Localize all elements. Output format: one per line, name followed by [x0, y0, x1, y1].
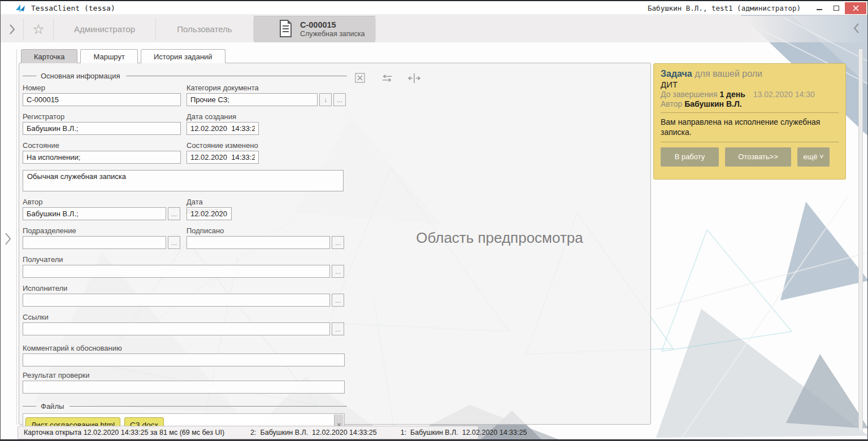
- links-input[interactable]: [23, 322, 330, 335]
- statusbar: Карточка открыта 12.02.2020 14:33:25 за …: [18, 426, 479, 439]
- preview-toolbar: [354, 72, 420, 84]
- signed-select-button[interactable]: ...: [332, 236, 344, 249]
- category-input[interactable]: [186, 93, 318, 106]
- left-panel-divider: [16, 49, 17, 425]
- section-files: Файлы: [23, 401, 347, 411]
- tab-administrator[interactable]: Администратор: [54, 16, 155, 42]
- task-title: Задача: [661, 69, 692, 78]
- registrar-label: Регистратор: [23, 112, 181, 122]
- number-input[interactable]: [23, 93, 181, 106]
- recipients-select-button[interactable]: ...: [332, 265, 344, 278]
- chevron-left-icon: [853, 22, 860, 34]
- ellipsis-icon: ...: [335, 268, 341, 276]
- close-preview-button[interactable]: [354, 72, 366, 84]
- window-title: TessaClient (tessa): [31, 4, 115, 12]
- maximize-button[interactable]: [828, 2, 845, 14]
- subject-textarea[interactable]: Обычная служебная записка: [23, 170, 344, 191]
- state-changed-input[interactable]: [186, 151, 259, 164]
- split-adjust-button[interactable]: [408, 72, 420, 84]
- check-result-input[interactable]: [23, 381, 345, 394]
- category-label: Категория документа: [186, 84, 347, 93]
- state-changed-label: Состояние изменено: [186, 141, 259, 151]
- category-dropdown-button[interactable]: ↓: [319, 93, 332, 106]
- main-info-form: Основная информация Номер Категория доку…: [23, 71, 347, 436]
- task-role: ДИТ: [661, 80, 839, 89]
- document-card: Область предпросмотра Основная информаци…: [19, 63, 651, 425]
- titlebar: TessaClient (tessa) Бабушкин В.Л., test1…: [1, 1, 867, 15]
- registrar-input[interactable]: [23, 122, 181, 135]
- app-logo-icon: [15, 4, 25, 12]
- doc-date-input[interactable]: [186, 207, 232, 220]
- task-more-button[interactable]: ещё ˅: [797, 147, 830, 167]
- signed-label: Подписано: [186, 226, 347, 236]
- signed-input[interactable]: [186, 236, 330, 249]
- department-select-button[interactable]: ...: [168, 236, 180, 249]
- star-icon: ☆: [32, 21, 45, 37]
- minimize-button[interactable]: [811, 2, 828, 14]
- tab-document-s000015[interactable]: С-000015 Служебная записка: [254, 16, 375, 42]
- performers-input[interactable]: [23, 294, 330, 307]
- state-input[interactable]: [23, 151, 181, 164]
- tab-document-type: Служебная записка: [300, 30, 365, 39]
- tab-user[interactable]: Пользователь: [156, 16, 253, 42]
- close-box-icon: [355, 73, 365, 83]
- swap-panels-button[interactable]: [381, 72, 393, 84]
- recipients-input[interactable]: [23, 265, 330, 278]
- tab-document-number: С-000015: [300, 20, 365, 30]
- doc-date-label: Дата документа: [186, 198, 232, 207]
- status-history-2: 2: Бабушкин В.Л. 12.02.2020 14:33:25: [250, 429, 377, 436]
- ellipsis-icon: ...: [335, 239, 341, 247]
- comment-input[interactable]: [23, 353, 345, 366]
- arrow-down-icon: ↓: [324, 96, 327, 104]
- state-label: Состояние: [23, 141, 181, 151]
- favorites-button[interactable]: ☆: [24, 16, 53, 42]
- close-button[interactable]: [845, 2, 866, 14]
- current-user-label: Бабушкин В.Л., test1 (администратор): [648, 4, 801, 12]
- right-panel-splitter[interactable]: [858, 49, 863, 431]
- split-resize-icon: [408, 73, 420, 83]
- check-result-label: Результат проверки: [23, 371, 345, 381]
- swap-arrows-icon: [381, 74, 393, 82]
- status-open-info: Карточка открыта 12.02.2020 14:33:25 за …: [24, 429, 224, 436]
- task-author: Бабушкин В.Л.: [684, 99, 741, 108]
- close-icon: [853, 5, 859, 11]
- main-tabstrip: ☆ Администратор Пользователь С-000015: [1, 16, 867, 42]
- task-take-button[interactable]: В работу: [661, 147, 719, 167]
- chevron-right-icon: [3, 230, 12, 248]
- task-revoke-button[interactable]: Отозвать>>: [725, 147, 791, 167]
- status-history-1: 1: Бабушкин В.Л. 12.02.2020 14:33:25: [401, 429, 527, 436]
- task-card: Задача для вашей роли ДИТ До завершения …: [653, 63, 846, 180]
- number-label: Номер: [23, 84, 181, 93]
- app-window: TessaClient (tessa) Бабушкин В.Л., test1…: [0, 0, 868, 441]
- author-input[interactable]: [23, 207, 166, 220]
- links-select-button[interactable]: ...: [332, 322, 344, 335]
- performers-select-button[interactable]: ...: [332, 294, 344, 307]
- created-input[interactable]: [186, 122, 259, 135]
- ellipsis-icon: ...: [171, 210, 177, 218]
- tabs-scroll-right-button[interactable]: [848, 20, 865, 36]
- task-deadline-date: 13.02.2020 14:30: [753, 90, 815, 99]
- ellipsis-icon: ...: [335, 296, 341, 304]
- department-input[interactable]: [23, 236, 166, 249]
- comment-label: Комментарий к обоснованию: [23, 344, 345, 353]
- preview-area-placeholder: Область предпросмотра: [415, 228, 584, 248]
- author-select-button[interactable]: ...: [168, 207, 180, 220]
- performers-label: Исполнители: [23, 284, 347, 294]
- document-icon: [279, 20, 293, 39]
- chevron-right-icon: [8, 23, 15, 36]
- section-main-info: Основная информация: [23, 71, 347, 80]
- department-label: Подразделение: [23, 226, 183, 236]
- category-select-button[interactable]: ...: [333, 93, 346, 106]
- tabs-overflow-button[interactable]: [1, 16, 23, 42]
- author-label: Автор: [23, 198, 183, 207]
- task-deadline-value: 1 день: [719, 90, 745, 99]
- subtab-route[interactable]: Маршрут: [80, 49, 137, 63]
- links-label: Ссылки: [23, 313, 347, 322]
- ellipsis-icon: ...: [335, 325, 341, 333]
- subtab-task-history[interactable]: История заданий: [141, 49, 225, 63]
- card-subtabs: Карточка Маршрут История заданий: [21, 49, 225, 63]
- task-message: Вам направлена на исполнение служебная з…: [661, 117, 839, 138]
- subtab-card[interactable]: Карточка: [21, 49, 77, 63]
- left-panel-expander[interactable]: [3, 230, 15, 250]
- task-deadline-label: До завершения: [661, 90, 718, 99]
